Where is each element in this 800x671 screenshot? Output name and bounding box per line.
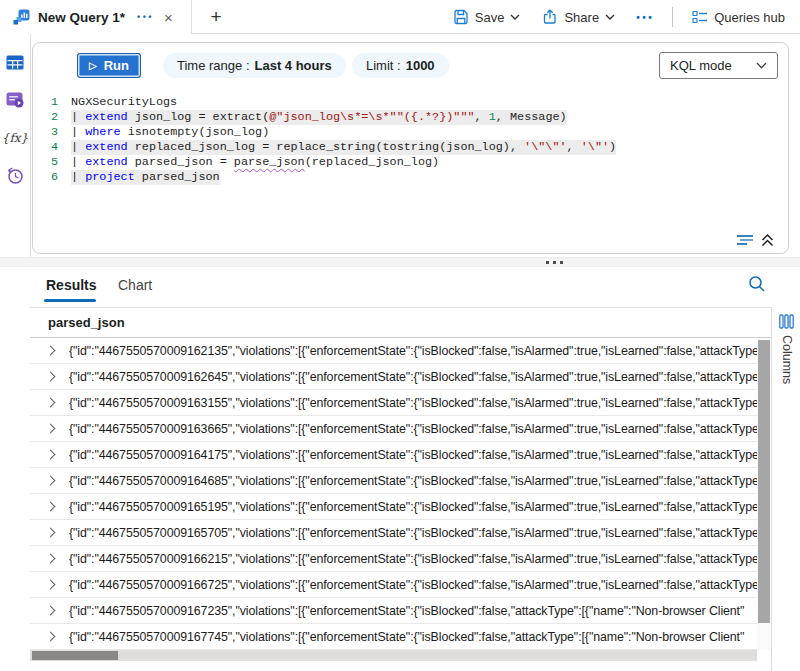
save-button[interactable]: Save [444,4,530,30]
table-row[interactable]: {"id":"4467550570009165195","violations"… [30,494,757,520]
table-row[interactable]: {"id":"4467550570009162645","violations"… [30,364,757,390]
columns-side-panel: Columns [771,307,800,671]
expand-row-icon[interactable] [46,450,56,460]
format-lines-icon [735,233,755,247]
run-label: Run [104,58,129,73]
expand-row-icon[interactable] [46,554,56,564]
expand-row-icon[interactable] [46,502,56,512]
functions-label: {fx} [2,131,28,145]
code-line[interactable]: 1NGXSecurityLogs [33,95,778,110]
row-json-text: {"id":"4467550570009165195","violations"… [69,500,757,514]
functions-icon[interactable]: {fx} [5,128,25,148]
tab-bar: New Query 1* ••• × + Save [0,0,800,34]
queries-hub-icon [692,9,708,25]
table-row[interactable]: {"id":"4467550570009164175","violations"… [30,442,757,468]
search-icon[interactable] [748,275,768,295]
save-label: Save [475,10,505,25]
table-row[interactable]: {"id":"4467550570009165705","violations"… [30,520,757,546]
table-row[interactable]: {"id":"4467550570009166725","violations"… [30,572,757,598]
tab-results[interactable]: Results [46,277,97,293]
save-icon [453,9,469,25]
grid-header-row[interactable]: parsed_json [30,308,772,338]
time-range-label: Time range : [177,58,250,73]
left-sidebar: {fx} [0,34,31,266]
row-json-text: {"id":"4467550570009164685","violations"… [69,474,757,488]
row-json-text: {"id":"4467550570009166725","violations"… [69,578,757,592]
tab-new-query-1[interactable]: New Query 1* ••• × [0,0,192,34]
share-icon [542,9,558,25]
adx-app-icon [13,9,30,26]
tab-close-icon[interactable]: × [162,10,175,25]
table-row[interactable]: {"id":"4467550570009167235","violations"… [30,598,757,624]
table-row[interactable]: {"id":"4467550570009166215","violations"… [30,546,757,572]
query-history-icon[interactable] [5,166,25,186]
code-line[interactable]: 2| extend json_log = extract(@"json_log\… [33,110,778,125]
limit-label: Limit : [366,58,401,73]
expand-row-icon[interactable] [46,398,56,408]
code-editor[interactable]: 1NGXSecurityLogs2| extend json_log = ext… [33,95,778,191]
table-row[interactable]: {"id":"4467550570009167745","violations"… [30,624,757,650]
query-editor-card: ▷ Run Time range : Last 4 hours Limit : … [32,42,789,254]
code-line[interactable]: 5| extend parsed_json = parse_json(repla… [33,155,778,170]
row-json-text: {"id":"4467550570009167745","violations"… [69,630,757,644]
horizontal-scrollbar-thumb[interactable] [32,651,118,660]
row-json-text: {"id":"4467550570009163155","violations"… [69,396,757,410]
vertical-scrollbar[interactable] [757,338,771,650]
row-json-text: {"id":"4467550570009162135","violations"… [69,344,757,358]
splitter-grip-icon[interactable] [546,261,563,264]
code-lines: 1NGXSecurityLogs2| extend json_log = ext… [33,95,778,185]
time-range-value: Last 4 hours [255,58,332,73]
row-json-text: {"id":"4467550570009162645","violations"… [69,370,757,384]
play-icon: ▷ [89,61,97,71]
row-json-text: {"id":"4467550570009163665","violations"… [69,422,757,436]
new-tab-button[interactable]: + [203,4,229,30]
more-actions-button[interactable]: ••• [628,12,662,23]
table-row[interactable]: {"id":"4467550570009163665","violations"… [30,416,757,442]
share-button[interactable]: Share [533,4,624,30]
run-button[interactable]: ▷ Run [77,53,141,78]
expand-row-icon[interactable] [46,606,56,616]
expand-row-icon[interactable] [46,372,56,382]
columns-icon[interactable] [779,314,794,329]
column-header-parsed-json[interactable]: parsed_json [48,315,125,330]
horizontal-scrollbar[interactable] [30,650,757,661]
expand-row-icon[interactable] [46,632,56,642]
expand-row-icon[interactable] [46,580,56,590]
line-number: 4 [33,140,71,155]
queryset-icon[interactable] [5,90,25,110]
chevron-down-icon [605,14,615,20]
table-row[interactable]: {"id":"4467550570009163155","violations"… [30,390,757,416]
collapse-editor-icon [761,233,774,247]
panel-splitter[interactable] [0,257,800,267]
code-line[interactable]: 4| extend replaced_json_log = replace_st… [33,140,778,155]
kusto-web-explorer: New Query 1* ••• × + Save [0,0,800,671]
connections-table-icon[interactable] [5,52,25,72]
expand-row-icon[interactable] [46,528,56,538]
chevron-down-icon [510,14,520,20]
results-grid: {"id":"4467550570009162135","violations"… [30,338,757,650]
command-bar: Save Share ••• [444,0,794,34]
queries-hub-label: Queries hub [714,10,785,25]
share-label: Share [564,10,599,25]
divider [672,7,673,27]
active-tab-underline [44,299,96,302]
tab-chart[interactable]: Chart [118,277,152,293]
editor-collapse-controls[interactable] [735,233,774,247]
queries-hub-button[interactable]: Queries hub [683,4,794,30]
code-line[interactable]: 6| project parsed_json [33,170,778,185]
columns-panel-label[interactable]: Columns [780,335,794,384]
table-row[interactable]: {"id":"4467550570009164685","violations"… [30,468,757,494]
expand-row-icon[interactable] [46,476,56,486]
time-range-picker[interactable]: Time range : Last 4 hours [163,53,346,78]
chevron-down-icon [756,62,767,69]
row-json-text: {"id":"4467550570009167235","violations"… [69,604,757,618]
line-number: 5 [33,155,71,170]
code-line[interactable]: 3| where isnotempty(json_log) [33,125,778,140]
vertical-scrollbar-thumb[interactable] [758,340,770,623]
kql-mode-dropdown[interactable]: KQL mode [659,52,778,79]
tab-more-icon[interactable]: ••• [137,12,154,22]
table-row[interactable]: {"id":"4467550570009162135","violations"… [30,338,757,364]
limit-picker[interactable]: Limit : 1000 [352,53,449,78]
expand-row-icon[interactable] [46,424,56,434]
expand-row-icon[interactable] [46,346,56,356]
